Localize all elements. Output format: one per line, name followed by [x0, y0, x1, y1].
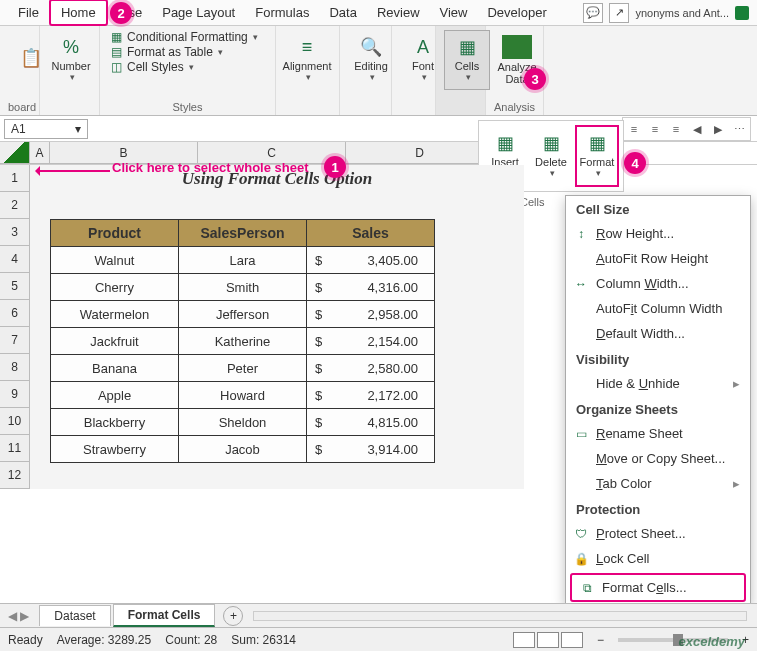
tab-developer[interactable]: Developer — [477, 1, 556, 24]
format-context-menu: Cell Size ↕Row Row Height...Height... Au… — [565, 195, 751, 605]
select-all-corner[interactable] — [0, 142, 30, 164]
row-head-4[interactable]: 4 — [0, 246, 30, 273]
col-head-a[interactable]: A — [30, 142, 50, 164]
rename-icon: ▭ — [574, 427, 588, 441]
sheet-nav[interactable]: ◀ ▶ — [0, 609, 37, 623]
menu-row-height[interactable]: ↕Row Row Height...Height... — [566, 221, 750, 246]
table-row[interactable]: BananaPeter$2,580.00 — [51, 355, 435, 382]
menu-rename-sheet[interactable]: ▭Rename SheetRename Sheet — [566, 421, 750, 446]
mini-toolbar: ≡ ≡ ≡ ◀ ▶ ⋯ — [622, 117, 751, 141]
row-head-10[interactable]: 10 — [0, 408, 30, 435]
editing-button[interactable]: 🔍Editing — [348, 30, 394, 90]
menu-lock-cell[interactable]: 🔒Lock CellLock Cell — [566, 546, 750, 571]
col-head-d[interactable]: D — [346, 142, 494, 164]
data-table: Product SalesPerson Sales WalnutLara$3,4… — [50, 219, 435, 463]
table-row[interactable]: WatermelonJefferson$2,958.00 — [51, 301, 435, 328]
tab-file[interactable]: File — [8, 1, 49, 24]
view-pagebreak-button[interactable] — [561, 632, 583, 648]
indent-left-icon[interactable]: ◀ — [688, 120, 706, 138]
menu-protect-sheet[interactable]: 🛡Protect Sheet...Protect Sheet... — [566, 521, 750, 546]
view-pagelayout-button[interactable] — [537, 632, 559, 648]
table-row[interactable]: CherrySmith$4,316.00 — [51, 274, 435, 301]
sheet-tab-formatcells[interactable]: Format Cells — [113, 604, 216, 627]
sheet-tab-dataset[interactable]: Dataset — [39, 605, 110, 626]
tab-home[interactable]: Home — [49, 0, 108, 26]
align-right-icon[interactable]: ≡ — [667, 120, 685, 138]
row-head-2[interactable]: 2 — [0, 192, 30, 219]
row-head-11[interactable]: 11 — [0, 435, 30, 462]
number-button[interactable]: %Number — [48, 30, 94, 90]
share-icon[interactable]: ↗ — [609, 3, 629, 23]
tab-view[interactable]: View — [430, 1, 478, 24]
menu-autofit-row[interactable]: AutoFit Row HeightAutoFit Row Height — [566, 246, 750, 271]
th-product: Product — [51, 220, 179, 247]
table-row[interactable]: JackfruitKatherine$2,154.00 — [51, 328, 435, 355]
align-center-icon[interactable]: ≡ — [646, 120, 664, 138]
protect-icon: 🛡 — [574, 527, 588, 541]
horizontal-scrollbar[interactable] — [253, 611, 747, 621]
name-box[interactable]: A1▾ — [4, 119, 88, 139]
table-row[interactable]: AppleHoward$2,172.00 — [51, 382, 435, 409]
th-salesperson: SalesPerson — [179, 220, 307, 247]
menu-default-width[interactable]: Default Width...Default Width... — [566, 321, 750, 346]
analysis-label: Analysis — [494, 101, 535, 113]
format-as-table-button[interactable]: ▤Format as Table — [108, 45, 267, 59]
delete-cells-button[interactable]: ▦Delete — [529, 125, 573, 187]
menu-hide-unhide[interactable]: Hide & UnhideHide & Unhide▸ — [566, 371, 750, 396]
view-normal-button[interactable] — [513, 632, 535, 648]
menu-move-copy[interactable]: Move or Copy Sheet...Move or Copy Sheet.… — [566, 446, 750, 471]
th-sales: Sales — [307, 220, 435, 247]
menu-heading-cellsize: Cell Size — [566, 196, 750, 221]
alignment-button[interactable]: ≡Alignment — [284, 30, 330, 90]
indent-right-icon[interactable]: ▶ — [709, 120, 727, 138]
status-ready: Ready — [8, 633, 43, 647]
annotation-arrow — [36, 170, 110, 172]
row-head-12[interactable]: 12 — [0, 462, 30, 489]
menu-heading-organize: Organize Sheets — [566, 396, 750, 421]
sheet-tab-bar: ◀ ▶ Dataset Format Cells + — [0, 603, 757, 627]
format-cells-button[interactable]: ▦Format — [575, 125, 619, 187]
row-head-1[interactable]: 1 — [0, 165, 30, 192]
row-head-3[interactable]: 3 — [0, 219, 30, 246]
sheets-icon — [735, 6, 749, 20]
menu-tab-color[interactable]: Tab ColorTab Color▸ — [566, 471, 750, 496]
conditional-formatting-button[interactable]: ▦Conditional Formatting — [108, 30, 267, 44]
row-head-8[interactable]: 8 — [0, 354, 30, 381]
row-head-9[interactable]: 9 — [0, 381, 30, 408]
chevron-down-icon: ▾ — [75, 122, 81, 136]
menu-heading-protection: Protection — [566, 496, 750, 521]
tab-review[interactable]: Review — [367, 1, 430, 24]
row-head-7[interactable]: 7 — [0, 327, 30, 354]
lock-icon: 🔒 — [574, 552, 588, 566]
tab-formulas[interactable]: Formulas — [245, 1, 319, 24]
align-left-icon[interactable]: ≡ — [625, 120, 643, 138]
tab-page-layout[interactable]: Page Layout — [152, 1, 245, 24]
menu-format-cells[interactable]: ⧉Format Cells...Format Cells... — [570, 573, 746, 602]
row-head-5[interactable]: 5 — [0, 273, 30, 300]
ribbon: 📋 board %Number ▦Conditional Formatting … — [0, 26, 757, 116]
menu-autofit-col[interactable]: AutoFit Column WidthAutoFit Column Width — [566, 296, 750, 321]
annotation-4: 4 — [624, 152, 646, 174]
status-average: Average: 3289.25 — [57, 633, 152, 647]
table-row[interactable]: StrawberryJacob$3,914.00 — [51, 436, 435, 463]
row-head-6[interactable]: 6 — [0, 300, 30, 327]
col-width-icon: ↔ — [574, 277, 588, 291]
zoom-minus[interactable]: − — [597, 633, 604, 647]
status-count: Count: 28 — [165, 633, 217, 647]
menu-heading-visibility: Visibility — [566, 346, 750, 371]
cell-styles-button[interactable]: ◫Cell Styles — [108, 60, 267, 74]
more-icon[interactable]: ⋯ — [730, 120, 748, 138]
analyze-icon — [502, 35, 532, 59]
comments-icon[interactable]: 💬 — [583, 3, 603, 23]
row-height-icon: ↕ — [574, 227, 588, 241]
menu-column-width[interactable]: ↔Column Width...Column Width... — [566, 271, 750, 296]
add-sheet-button[interactable]: + — [223, 606, 243, 626]
watermark: exceldemy — [679, 634, 746, 649]
tab-data[interactable]: Data — [319, 1, 366, 24]
annotation-2: 2 — [110, 2, 132, 24]
table-row[interactable]: BlackberrySheldon$4,815.00 — [51, 409, 435, 436]
submenu-arrow-icon: ▸ — [733, 476, 740, 491]
cells-button[interactable]: ▦Cells — [444, 30, 490, 90]
table-row[interactable]: WalnutLara$3,405.00 — [51, 247, 435, 274]
status-bar: Ready Average: 3289.25 Count: 28 Sum: 26… — [0, 627, 757, 651]
